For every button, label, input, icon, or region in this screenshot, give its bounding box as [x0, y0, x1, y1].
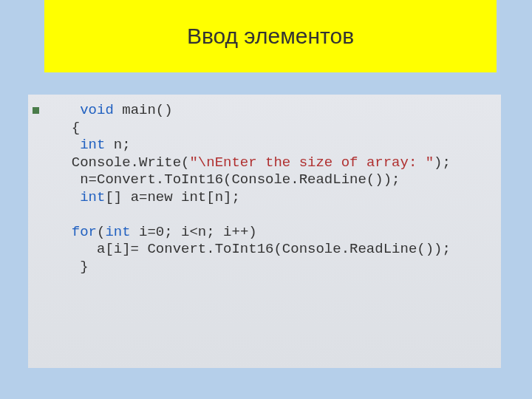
code-block: void main() { int n; Console.Write("\nEn… — [55, 102, 451, 276]
code-indent — [55, 189, 80, 205]
code-text: ( — [97, 224, 105, 240]
keyword-for: for — [72, 224, 97, 240]
keyword-int: int — [80, 137, 105, 153]
code-text: Console.Write( — [55, 154, 189, 171]
keyword-int-array: int — [80, 189, 105, 205]
code-text: ); — [434, 154, 451, 171]
code-text: main() — [114, 102, 173, 118]
bullet-icon — [33, 107, 39, 114]
code-text: [] a=new int[n]; — [105, 189, 239, 205]
code-text: i=0; i<n; i++) — [131, 224, 257, 240]
keyword-int-loop: int — [105, 224, 130, 240]
code-text: { — [55, 120, 80, 136]
code-indent — [55, 224, 72, 240]
code-text: n=Convert.ToInt16(Console.ReadLine()); — [55, 171, 400, 188]
slide: Ввод элементов void main() { int n; Cons… — [0, 0, 532, 399]
code-text: } — [55, 259, 89, 275]
code-indent — [55, 102, 80, 118]
keyword-void: void — [80, 102, 114, 118]
string-literal: "\nEnter the size of array: " — [189, 154, 434, 171]
slide-title: Ввод элементов — [187, 24, 354, 49]
title-bar: Ввод элементов — [44, 0, 497, 72]
code-text: n; — [105, 137, 130, 153]
code-indent — [55, 137, 80, 153]
code-text: a[i]= Convert.ToInt16(Console.ReadLine()… — [55, 241, 451, 257]
